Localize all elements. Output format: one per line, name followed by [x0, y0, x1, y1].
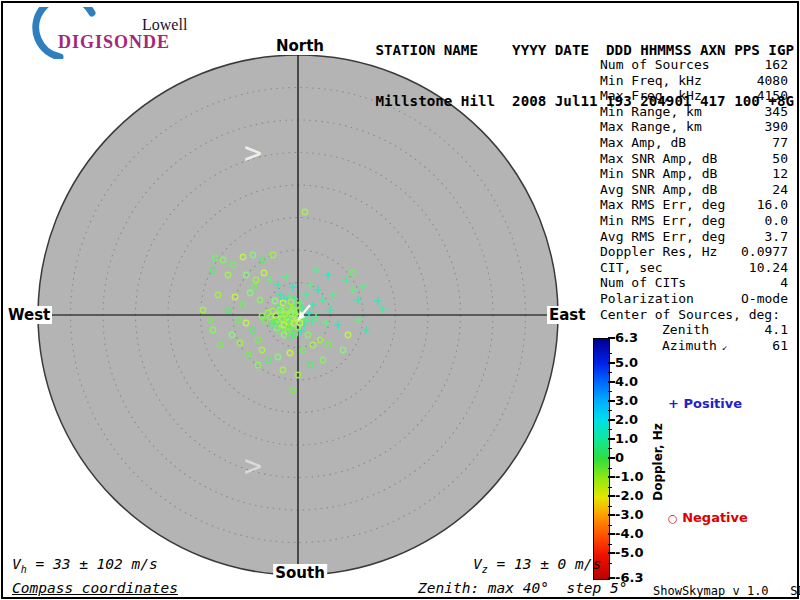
stat-value: 50 [772, 151, 788, 167]
vh-value: = 33 ± 102 m/s [27, 556, 158, 572]
legend-negative-label: Negative [678, 510, 748, 525]
horizontal-velocity-readout: Vh = 33 ± 102 m/s [12, 556, 158, 575]
colorbar-minor-tick [608, 353, 612, 354]
colorbar-tick [608, 577, 615, 579]
stat-row: Max Amp, dB77 [600, 135, 788, 151]
stat-label: Max SNR Amp, dB [600, 151, 717, 167]
colorbar-tick [608, 514, 615, 516]
stat-row: Doppler Res, Hz0.0977 [600, 244, 788, 260]
stat-label: Doppler Res, Hz [600, 244, 717, 260]
stat-value: 4080 [757, 73, 788, 89]
stats-panel: Num of Sources162Min Freq, kHz4080Max Fr… [600, 57, 788, 355]
stat-label: Max Amp, dB [600, 135, 686, 151]
colorbar-tick [608, 362, 615, 364]
stat-value: 4 [780, 275, 788, 291]
skymap-page: > > Lowell DIGISONDE STATION NAME YYYY D… [0, 0, 800, 600]
colorbar-tick [608, 438, 615, 440]
stat-label: Min SNR Amp, dB [600, 166, 717, 182]
colorbar-tick-label: 4.0 [615, 375, 638, 389]
colorbar-minor-tick [608, 372, 612, 373]
lowell-digisonde-logo: Lowell DIGISONDE [28, 5, 243, 53]
software-version: ShowSkymap v 1.0 SD v 4.2 [653, 584, 800, 598]
stat-row: Min Freq, kHz4080 [600, 73, 788, 89]
colorbar-minor-tick [608, 563, 612, 564]
colorbar-tick-label: -1.0 [615, 470, 643, 484]
stat-label: Num of CITs [600, 275, 686, 291]
rotation-chevron-icon: > [244, 135, 262, 170]
colorbar-tick-label: 5.0 [615, 356, 638, 370]
colorbar-minor-tick [608, 544, 612, 545]
stat-value: O-mode [741, 291, 788, 307]
colorbar-minor-tick [608, 487, 612, 488]
stat-row: Max Freq, kHz4150 [600, 88, 788, 104]
colorbar-tick-label: 0 [615, 451, 624, 465]
colorbar-tick-label: 1.0 [615, 432, 638, 446]
colorbar-minor-tick [608, 429, 612, 430]
brand-digisonde: DIGISONDE [58, 32, 170, 53]
stat-row: Num of Sources162 [600, 57, 788, 73]
stat-value: 4.1 [765, 322, 788, 338]
colorbar-tick [608, 533, 615, 535]
compass-label-east: East [547, 306, 587, 324]
colorbar-minor-tick [608, 410, 612, 411]
stat-value: 16.0 [757, 197, 788, 213]
plus-marker-icon: + [668, 396, 679, 411]
stat-row: Max Range, km390 [600, 119, 788, 135]
stat-row: Min SNR Amp, dB12 [600, 166, 788, 182]
legend-positive-label: Positive [679, 396, 742, 411]
colorbar-tick [608, 337, 615, 339]
stat-label: Min Range, km [600, 104, 702, 120]
stat-label: CIT, sec [600, 260, 663, 276]
stat-value: 77 [772, 135, 788, 151]
vertical-velocity-readout: Vz = 13 ± 0 m/s [473, 556, 601, 575]
stat-label: Polarization [600, 291, 694, 307]
stat-value: 390 [765, 119, 788, 135]
stat-label: Min Freq, kHz [600, 73, 702, 89]
stat-value: 24 [772, 182, 788, 198]
coordinate-system-label: Compass coordinates [12, 580, 178, 596]
stat-value: 3.7 [765, 229, 788, 245]
stat-label: Avg RMS Err, deg [600, 229, 725, 245]
stat-value: 0.0977 [741, 244, 788, 260]
colorbar-tick-label: 3.0 [615, 394, 638, 408]
stat-row: Center of Sources, deg: [600, 307, 788, 323]
colorbar-tick [608, 476, 615, 478]
stat-label: Max Freq, kHz [600, 88, 702, 104]
colorbar-minor-tick [608, 391, 612, 392]
colorbar-tick [608, 400, 615, 402]
stat-value: 0.0 [765, 213, 788, 229]
stat-label: Center of Sources, deg: [600, 307, 780, 323]
colorbar-tick-label: -2.0 [615, 489, 643, 503]
stat-row: Avg RMS Err, deg3.7 [600, 229, 788, 245]
colorbar-tick-label: -4.0 [615, 527, 643, 541]
legend-positive: + Positive [668, 396, 742, 411]
stat-row: Max RMS Err, deg16.0 [600, 197, 788, 213]
compass-label-north: North [274, 37, 326, 55]
colorbar-minor-tick [608, 506, 612, 507]
stat-label: Max RMS Err, deg [600, 197, 725, 213]
legend-negative: ○ Negative [668, 510, 748, 525]
doppler-colorbar-ticks: 6.35.04.03.02.01.00-1.0-2.0-3.0-4.0-5.0-… [593, 338, 653, 578]
colorbar-minor-tick [608, 448, 612, 449]
vz-value: = 13 ± 0 m/s [488, 556, 602, 572]
stat-value: 12 [772, 166, 788, 182]
colorbar-tick-label: -5.0 [615, 546, 643, 560]
stat-value: 4150 [757, 88, 788, 104]
colorbar-tick-label: -3.0 [615, 508, 643, 522]
rotation-chevron-icon: > [244, 448, 262, 483]
stat-label: Avg SNR Amp, dB [600, 182, 717, 198]
colorbar-tick [608, 552, 615, 554]
colorbar-minor-tick [608, 525, 612, 526]
compass-label-west: West [6, 306, 52, 324]
stat-row: Max SNR Amp, dB50 [600, 151, 788, 167]
colorbar-tick-label: 2.0 [615, 413, 638, 427]
stat-row: Min Range, km345 [600, 104, 788, 120]
azimuth-direction-icon: ↙ [722, 342, 727, 352]
stat-row: Num of CITs4 [600, 275, 788, 291]
colorbar-minor-tick [608, 468, 612, 469]
colorbar-tick [608, 457, 615, 459]
stat-value: 10.24 [749, 260, 788, 276]
vh-symbol: V [12, 556, 21, 572]
colorbar-tick [608, 381, 615, 383]
stat-value: 61 [772, 338, 788, 356]
